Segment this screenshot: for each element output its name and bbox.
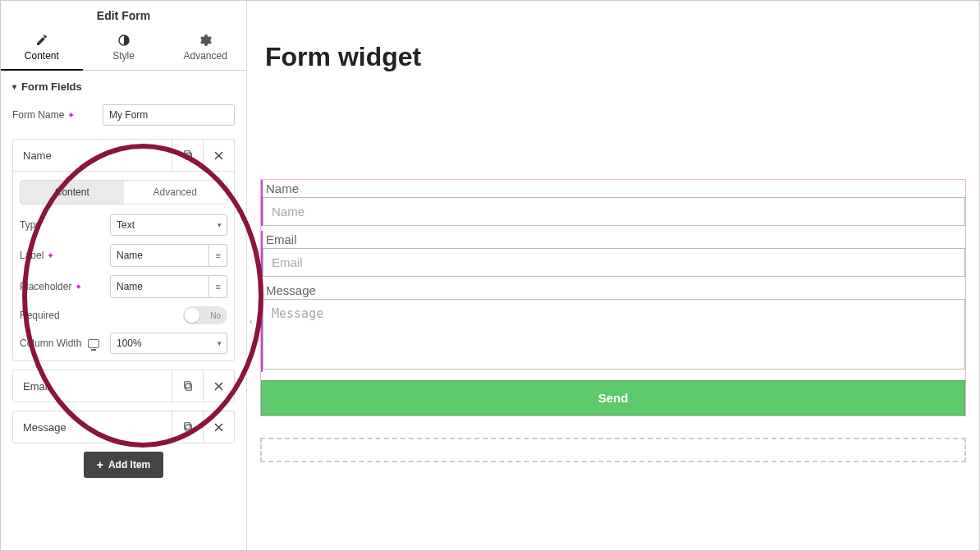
placeholder-label: Placeholder — [20, 281, 71, 292]
tab-content[interactable]: Content — [1, 29, 83, 70]
duplicate-button[interactable] — [172, 370, 203, 402]
svg-rect-2 — [184, 151, 190, 158]
close-icon — [213, 422, 224, 433]
required-toggle[interactable]: No — [183, 306, 227, 324]
field-name-title[interactable]: Name — [13, 141, 172, 170]
type-select[interactable]: Text — [110, 214, 227, 236]
sidebar-title: Edit Form — [1, 1, 246, 29]
form-email-input[interactable] — [263, 248, 965, 277]
editor-sidebar: Edit Form Content Style Advanced — [1, 1, 247, 550]
dynamic-icon: ✦ — [75, 282, 82, 292]
field-message-title[interactable]: Message — [13, 413, 172, 442]
field-item-name: Name Content Advanced — [12, 139, 235, 361]
gear-icon — [199, 34, 212, 47]
database-icon: ≡ — [215, 250, 220, 260]
tab-style-label: Style — [112, 50, 135, 62]
tab-advanced[interactable]: Advanced — [164, 29, 246, 70]
colwidth-select[interactable]: 100% — [110, 333, 227, 354]
tab-style[interactable]: Style — [83, 29, 165, 70]
form-widget[interactable]: Name Email Message Send — [260, 179, 966, 416]
section-title: Form Fields — [21, 80, 82, 93]
placeholder-input[interactable] — [110, 275, 209, 298]
remove-button[interactable] — [203, 370, 234, 402]
type-label: Type — [20, 219, 41, 231]
colwidth-label: Column Width — [20, 337, 81, 349]
field-item-email: Email — [12, 370, 235, 402]
form-name-input[interactable] — [103, 104, 235, 126]
duplicate-button[interactable] — [172, 411, 203, 443]
subtab-content[interactable]: Content — [21, 181, 124, 204]
form-name-label: Name — [263, 180, 965, 197]
toggle-knob — [185, 308, 199, 323]
svg-rect-1 — [185, 153, 191, 159]
copy-icon — [182, 380, 194, 392]
contrast-icon — [117, 34, 131, 47]
field-subtabs: Content Advanced — [20, 180, 227, 204]
remove-button[interactable] — [203, 140, 234, 171]
desktop-icon[interactable] — [88, 339, 99, 348]
svg-rect-5 — [185, 425, 191, 431]
toggle-no-label: No — [210, 311, 221, 320]
required-label: Required — [20, 310, 60, 321]
close-icon — [213, 150, 224, 161]
editor-panel: ▾ Form Fields Form Name ✦ Name — [1, 71, 246, 550]
label-label: Label — [20, 250, 44, 261]
canvas: Form widget Name Email Message Send — [247, 1, 979, 550]
plus-icon: + — [97, 458, 103, 471]
field-email-title[interactable]: Email — [13, 372, 172, 401]
form-name-input[interactable] — [263, 197, 965, 226]
form-email-label: Email — [263, 231, 965, 248]
database-icon: ≡ — [215, 282, 220, 292]
tab-content-label: Content — [25, 50, 59, 62]
label-input[interactable] — [110, 244, 209, 267]
duplicate-button[interactable] — [172, 140, 203, 171]
dynamic-icon: ✦ — [47, 250, 54, 261]
page-title: Form widget — [265, 42, 966, 72]
form-message-label: Message — [263, 282, 965, 299]
svg-rect-3 — [185, 383, 191, 390]
form-name-row: Form Name ✦ — [12, 104, 235, 126]
form-name-label: Form Name — [12, 109, 64, 121]
svg-rect-6 — [184, 423, 190, 429]
add-item-button[interactable]: + Add Item — [84, 452, 164, 478]
form-submit-button[interactable]: Send — [261, 380, 965, 416]
tab-advanced-label: Advanced — [183, 50, 227, 62]
subtab-advanced[interactable]: Advanced — [124, 181, 227, 204]
editor-tabs: Content Style Advanced — [1, 29, 246, 71]
field-item-message: Message — [12, 411, 235, 443]
dynamic-button[interactable]: ≡ — [209, 275, 227, 298]
copy-icon — [182, 421, 194, 433]
close-icon — [213, 381, 224, 392]
svg-rect-4 — [184, 382, 190, 388]
dynamic-icon: ✦ — [67, 110, 75, 121]
drop-zone[interactable] — [260, 438, 966, 462]
copy-icon — [182, 149, 194, 161]
form-message-input[interactable] — [263, 299, 965, 370]
add-item-label: Add Item — [108, 459, 150, 471]
remove-button[interactable] — [203, 411, 234, 443]
pencil-icon — [35, 34, 48, 47]
caret-down-icon: ▾ — [12, 82, 16, 91]
section-form-fields[interactable]: ▾ Form Fields — [12, 80, 235, 93]
dynamic-button[interactable]: ≡ — [209, 244, 227, 267]
